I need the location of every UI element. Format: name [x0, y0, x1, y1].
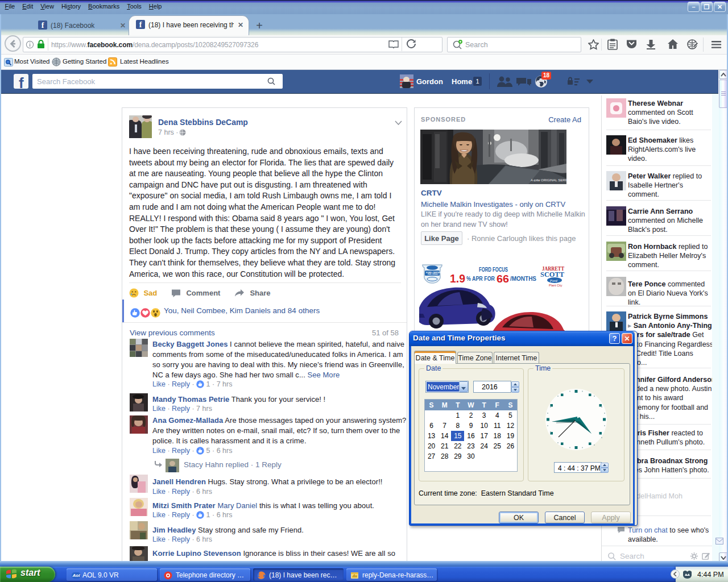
svg-text:/MONTHS: /MONTHS	[510, 275, 536, 282]
svg-text:Plant City: Plant City	[549, 284, 562, 287]
svg-text:A crtv ORIGINAL SERIES: A crtv ORIGINAL SERIES	[531, 178, 566, 182]
svg-text:66: 66	[497, 273, 509, 285]
svg-text:FORD FOCUS: FORD FOCUS	[479, 266, 508, 273]
svg-text:% APR FOR: % APR FOR	[466, 275, 495, 282]
svg-text:1.9: 1.9	[450, 272, 465, 285]
svg-text:PRE-OWNED: PRE-OWNED	[428, 273, 439, 276]
svg-text:Ford: Ford	[549, 278, 558, 282]
svg-text:SCOTT: SCOTT	[540, 270, 564, 278]
